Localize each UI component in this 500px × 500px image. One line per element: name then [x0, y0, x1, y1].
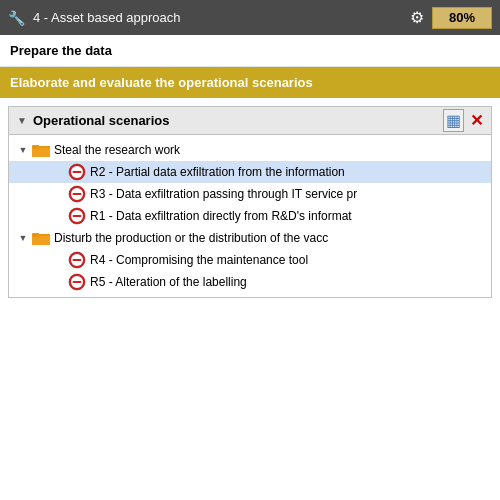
tree-item-group1[interactable]: ▼ Steal the research work	[9, 139, 491, 161]
tree-item-r2[interactable]: R2 - Partial data exfiltration from the …	[9, 161, 491, 183]
scenarios-header-title: Operational scenarios	[33, 113, 443, 128]
tree-list: ▼ Steal the research work R2 - Partial d…	[9, 135, 491, 297]
svg-rect-15	[32, 236, 50, 245]
top-bar: 🔧 4 - Asset based approach ⚙ 80%	[0, 0, 500, 35]
item-label: R4 - Compromising the maintenance tool	[90, 253, 308, 267]
scenarios-panel: ▼ Operational scenarios ▦ ✕ ▼ Steal the …	[8, 106, 492, 298]
svg-rect-3	[32, 145, 39, 149]
progress-bar: 80%	[432, 7, 492, 29]
collapse-btn[interactable]: ▼	[17, 233, 29, 243]
risk-icon	[68, 273, 86, 291]
tree-item-r3[interactable]: R3 - Data exfiltration passing through I…	[9, 183, 491, 205]
risk-icon	[68, 207, 86, 225]
gold-banner: Elaborate and evaluate the operational s…	[0, 67, 500, 98]
grid-icon[interactable]: ▦	[443, 109, 464, 132]
svg-rect-6	[73, 171, 82, 173]
tree-item-group2[interactable]: ▼ Disturb the production or the distribu…	[9, 227, 491, 249]
collapse-btn[interactable]: ▼	[17, 145, 29, 155]
svg-rect-9	[73, 193, 82, 195]
svg-rect-16	[32, 233, 39, 237]
item-label: R3 - Data exfiltration passing through I…	[90, 187, 357, 201]
scenarios-header: ▼ Operational scenarios ▦ ✕	[9, 107, 491, 135]
section-title-text: Prepare the data	[10, 43, 112, 58]
svg-rect-22	[73, 281, 82, 283]
svg-rect-12	[73, 215, 82, 217]
gold-banner-text: Elaborate and evaluate the operational s…	[10, 75, 313, 90]
item-label: Disturb the production or the distributi…	[54, 231, 328, 245]
item-label: R2 - Partial data exfiltration from the …	[90, 165, 345, 179]
tree-item-r4[interactable]: R4 - Compromising the maintenance tool	[9, 249, 491, 271]
close-icon[interactable]: ✕	[470, 111, 483, 130]
risk-icon	[68, 251, 86, 269]
item-label: Steal the research work	[54, 143, 180, 157]
svg-rect-19	[73, 259, 82, 261]
item-label: R5 - Alteration of the labelling	[90, 275, 247, 289]
folder-icon	[32, 231, 50, 245]
collapse-arrow-icon[interactable]: ▼	[17, 115, 27, 126]
wrench-icon: 🔧	[8, 10, 25, 26]
tree-item-r1[interactable]: R1 - Data exfiltration directly from R&D…	[9, 205, 491, 227]
tree-item-r5[interactable]: R5 - Alteration of the labelling	[9, 271, 491, 293]
tab-title: 4 - Asset based approach	[33, 10, 410, 25]
section-title: Prepare the data	[0, 35, 500, 67]
risk-icon	[68, 185, 86, 203]
gear-icon[interactable]: ⚙	[410, 8, 424, 27]
item-label: R1 - Data exfiltration directly from R&D…	[90, 209, 352, 223]
progress-label: 80%	[449, 10, 475, 25]
risk-icon	[68, 163, 86, 181]
svg-rect-2	[32, 148, 50, 157]
folder-icon	[32, 143, 50, 157]
